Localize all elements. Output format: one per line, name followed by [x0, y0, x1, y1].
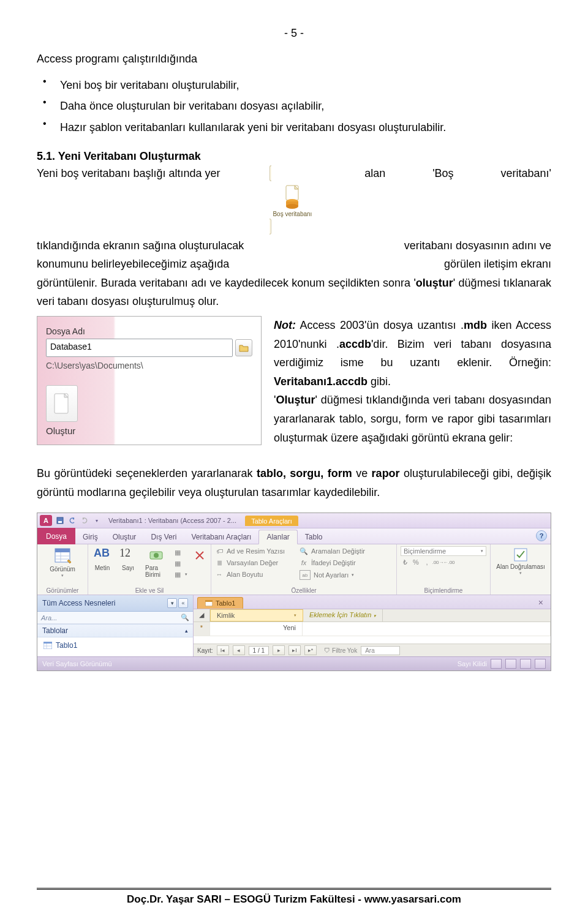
bullet-icon: • [43, 118, 60, 137]
text-fragment: Yeni boş veritabanı başlığı altında yer [37, 164, 221, 236]
nav-collapse-icon[interactable]: « [178, 598, 188, 608]
tab-home[interactable]: Giriş [75, 530, 105, 544]
table-icon [43, 642, 52, 649]
text-fragment-bold: rapor [372, 467, 400, 479]
new-document-icon[interactable] [46, 385, 78, 422]
nav-pane-title[interactable]: Tüm Access Nesneleri [42, 599, 115, 607]
text-fragment: görülen iletişim ekranı [444, 255, 551, 274]
document-tab-tablo1[interactable]: Tablo1 [197, 597, 243, 609]
select-all-cell[interactable]: ◢ [194, 609, 210, 622]
view-button[interactable]: Görünüm ▾ [48, 546, 77, 579]
cell-empty[interactable] [303, 622, 551, 636]
text-fragment-bold: Oluştur [276, 394, 315, 406]
close-document-icon[interactable]: × [538, 598, 547, 609]
recnav-position[interactable]: 1 / 1 [249, 646, 269, 655]
bullet-icon: • [43, 97, 60, 116]
bullet-list: • Yeni boş bir veritabanı oluşturulabili… [43, 76, 551, 137]
column-header-add[interactable]: Eklemek İçin Tıklatın ▾ [303, 609, 383, 622]
create-button-label[interactable]: Oluştur [46, 426, 252, 436]
default-value-button[interactable]: ≣Varsayılan Değer [215, 558, 285, 568]
number-field-label: Sayı [122, 565, 134, 571]
recnav-first-icon[interactable]: I◂ [217, 645, 229, 655]
save-icon[interactable] [55, 516, 66, 525]
text-fragment: veritabanı' [500, 164, 551, 236]
help-icon[interactable]: ? [536, 530, 547, 541]
name-caption-button[interactable]: 🏷Ad ve Resim Yazısı [215, 546, 285, 556]
tab-table[interactable]: Tablo [298, 530, 330, 544]
number-type-icon: 12 [119, 547, 137, 564]
nav-dropdown-icon[interactable]: ▾ [167, 598, 177, 608]
text-field-button[interactable]: AB Metin [92, 546, 113, 572]
filter-icon[interactable]: ⛉ [324, 647, 330, 654]
nav-group-collapse-icon[interactable]: ▴ [185, 628, 188, 634]
file-path-text: C:\Users\yas\Documents\ [46, 361, 252, 370]
bullet-text: Yeni boş bir veritabanı oluşturulabilir, [60, 76, 239, 95]
intro-line: Access programı çalıştırıldığında [37, 50, 551, 69]
currency-type-icon [148, 547, 165, 564]
bullet-icon: • [43, 76, 60, 95]
section-heading: 5.1. Yeni Veritabanı Oluşturmak [37, 150, 551, 163]
page-number: - 5 - [37, 27, 551, 40]
file-tab[interactable]: Dosya [37, 528, 75, 544]
tab-database-tools[interactable]: Veritabanı Araçları [184, 530, 258, 544]
percent-format-icon[interactable]: % [412, 557, 420, 567]
file-name-dialog-screenshot: Dosya Adı Database1 C:\Users\yas\Documen… [37, 316, 262, 447]
tab-fields[interactable]: Alanlar [258, 530, 297, 544]
tab-create[interactable]: Oluştur [105, 530, 144, 544]
field-validation-label: Alan Doğrulaması [496, 563, 545, 570]
text-fragment-bold: mdb [464, 319, 487, 331]
nav-item-tablo1[interactable]: Tablo1 [37, 637, 193, 656]
recnav-prev-icon[interactable]: ◂ [233, 645, 245, 655]
undo-icon[interactable] [67, 516, 78, 525]
delete-field-button[interactable] [192, 546, 207, 562]
more-fields-icon[interactable]: ▦▾ [173, 569, 187, 579]
group-addremove-label: Ekle ve Sil [92, 586, 207, 594]
cell-id-new[interactable]: Yeni [210, 622, 303, 636]
window-title: Veritabanı1 : Veritabanı (Access 2007 - … [108, 517, 236, 524]
currency-field-button[interactable]: Para Birimi [143, 546, 168, 579]
view-design-icon[interactable] [505, 659, 516, 669]
title-bar: A ▾ Veritabanı1 : Veritabanı (Access 200… [37, 513, 551, 528]
view-sql-icon[interactable] [520, 659, 531, 669]
view-form-icon[interactable] [535, 659, 546, 669]
field-size-button[interactable]: ↔Alan Boyutu [215, 569, 285, 579]
view-datasheet-icon[interactable] [491, 659, 502, 669]
more-fields-icon[interactable]: ▦ [173, 558, 187, 568]
modify-expression-button[interactable]: fxİfadeyi Değiştir [300, 558, 365, 568]
recnav-new-icon[interactable]: ▸* [304, 645, 317, 655]
browse-button[interactable] [235, 339, 252, 356]
increase-decimal-icon[interactable]: .00→ [434, 557, 442, 567]
column-header-kimlik[interactable]: Kimlik▾ [210, 609, 303, 622]
access-ribbon-screenshot: A ▾ Veritabanı1 : Veritabanı (Access 200… [37, 513, 551, 671]
recnav-next-icon[interactable]: ▸ [273, 645, 285, 655]
recnav-search-input[interactable]: Ara [361, 646, 400, 655]
nav-search-input[interactable]: Ara... [41, 614, 177, 622]
file-name-input[interactable]: Database1 [46, 339, 233, 357]
comma-format-icon[interactable]: , [423, 557, 431, 567]
text-fragment: alan [364, 164, 385, 236]
row-selector-new[interactable]: * [194, 622, 210, 636]
note-lead: Not: [274, 319, 296, 331]
number-field-button[interactable]: 12 Sayı [118, 546, 138, 572]
blank-database-icon[interactable]: Boş veritabanı [270, 164, 315, 236]
decrease-decimal-icon[interactable]: ←.00 [445, 557, 453, 567]
fx-icon: fx [300, 558, 308, 567]
format-combo[interactable]: Biçimlendirme▾ [401, 546, 486, 556]
memo-settings-button[interactable]: abNot Ayarları▾ [300, 569, 365, 580]
tab-external-data[interactable]: Dış Veri [143, 530, 184, 544]
svg-rect-22 [205, 600, 213, 602]
modify-lookups-button[interactable]: 🔍Aramaları Değiştir [300, 546, 365, 556]
more-fields-icon[interactable]: ▦ [173, 547, 187, 557]
nav-group-tables[interactable]: Tablolar [42, 626, 68, 635]
currency-format-icon[interactable]: ₺ [401, 557, 409, 567]
contextual-tab-label: Tablo Araçları [245, 516, 298, 526]
redo-icon[interactable] [79, 516, 90, 525]
search-icon[interactable]: 🔍 [181, 614, 189, 622]
qat-dropdown-icon[interactable]: ▾ [91, 516, 102, 525]
currency-field-label: Para Birimi [145, 565, 167, 578]
text-field-label: Metin [95, 565, 110, 571]
access-logo-icon[interactable]: A [40, 515, 52, 526]
ribbon-body: Görünüm ▾ Görünümler AB Metin 12 Sayı [37, 544, 551, 595]
recnav-last-icon[interactable]: ▸I [288, 645, 301, 655]
field-validation-button[interactable]: Alan Doğrulaması ▾ [494, 546, 546, 576]
